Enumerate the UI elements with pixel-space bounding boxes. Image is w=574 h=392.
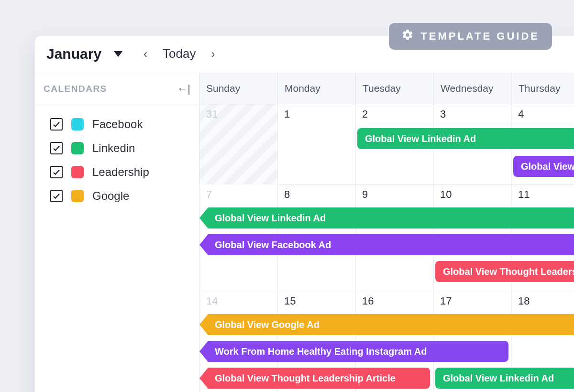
day-header: Thursday — [511, 73, 574, 104]
color-swatch — [71, 166, 84, 178]
day-cell[interactable] — [199, 104, 277, 185]
sidebar-header: CALENDARS ←| — [35, 73, 199, 105]
date-nav: ‹ Today › — [137, 44, 221, 63]
event-title: Global View Facebook Ad — [521, 161, 574, 172]
week-row: 31 1 2 3 4 Global View Linkedin Ad Globa… — [199, 104, 574, 185]
color-swatch — [71, 118, 84, 131]
caret-down-icon — [114, 51, 122, 57]
calendar-item-facebook[interactable]: Facebook — [50, 118, 188, 131]
calendar-item-linkedin[interactable]: Linkedin — [50, 142, 188, 155]
next-button[interactable]: › — [204, 45, 221, 63]
calendar-list: Facebook Linkedin Leadership — [35, 105, 199, 207]
checkbox[interactable] — [50, 142, 63, 154]
calendar-card: January ‹ Today › CALENDARS — [34, 35, 574, 392]
chevron-right-icon: › — [211, 47, 215, 61]
day-header: Tuesday — [355, 73, 433, 104]
calendar-item-label: Facebook — [92, 118, 143, 131]
sidebar-title: CALENDARS — [44, 84, 107, 94]
today-button[interactable]: Today — [158, 44, 200, 63]
color-swatch — [71, 142, 84, 154]
week-row: 7 8 9 10 11 Global View Linkedin Ad Glob… — [199, 185, 574, 291]
calendar-item-google[interactable]: Google — [50, 189, 188, 203]
month-label: January — [46, 46, 101, 62]
calendar-item-label: Leadership — [92, 165, 149, 179]
event-title: Global View Linkedin Ad — [215, 213, 326, 224]
calendar-item-label: Linkedin — [92, 142, 135, 155]
calendar-grid: Sunday Monday Tuesday Wednesday Thursday — [199, 73, 574, 392]
event-facebook-ad[interactable]: Global View Facebook Ad — [513, 156, 574, 177]
event-linkedin-ad[interactable]: Global View Linkedin Ad — [199, 207, 574, 229]
collapse-sidebar-button[interactable]: ←| — [177, 83, 190, 95]
day-header: Monday — [277, 73, 355, 104]
event-title: Global View Thought Leadership Article — [215, 373, 396, 384]
template-guide-label: TEMPLATE GUIDE — [420, 30, 540, 43]
day-cell[interactable] — [277, 104, 355, 185]
event-google-ad[interactable]: Global View Google Ad — [199, 314, 574, 335]
prev-button[interactable]: ‹ — [137, 45, 154, 63]
sidebar: CALENDARS ←| Facebook Linkedin — [35, 73, 199, 392]
day-headers-row: Sunday Monday Tuesday Wednesday Thursday — [199, 73, 574, 104]
color-swatch — [71, 190, 84, 202]
event-linkedin-ad[interactable]: Global View Linkedin Ad — [357, 128, 574, 149]
calendar-item-leadership[interactable]: Leadership — [50, 165, 188, 179]
event-linkedin-ad[interactable]: Global View Linkedin Ad — [435, 368, 574, 389]
today-label: Today — [163, 46, 196, 61]
collapse-left-icon: ←| — [177, 83, 190, 95]
checkbox[interactable] — [50, 190, 63, 202]
checkbox[interactable] — [50, 118, 63, 131]
calendar-item-label: Google — [92, 189, 129, 203]
chevron-left-icon: ‹ — [144, 47, 147, 61]
week-row: 14 15 16 17 18 Global View Google Ad Wor… — [199, 291, 574, 392]
event-leadership-article[interactable]: Global View Thought Leadership Article — [435, 261, 574, 282]
event-leadership-article[interactable]: Global View Thought Leadership Article — [199, 368, 430, 389]
day-header: Wednesday — [433, 73, 511, 104]
checkbox[interactable] — [50, 166, 63, 178]
day-header: Sunday — [199, 73, 277, 104]
event-title: Global View Linkedin Ad — [443, 373, 554, 384]
month-dropdown[interactable]: January — [46, 46, 122, 62]
event-title: Work From Home Healthy Eating Instagram … — [215, 346, 427, 357]
event-title: Global View Facebook Ad — [215, 240, 331, 250]
gear-icon — [401, 29, 414, 44]
event-facebook-ad[interactable]: Global View Facebook Ad — [199, 234, 574, 255]
event-title: Global View Linkedin Ad — [365, 133, 476, 144]
template-guide-button[interactable]: TEMPLATE GUIDE — [389, 23, 552, 50]
event-title: Global View Google Ad — [215, 319, 320, 330]
event-instagram-ad[interactable]: Work From Home Healthy Eating Instagram … — [199, 341, 508, 362]
event-title: Global View Thought Leadership Article — [443, 266, 574, 277]
